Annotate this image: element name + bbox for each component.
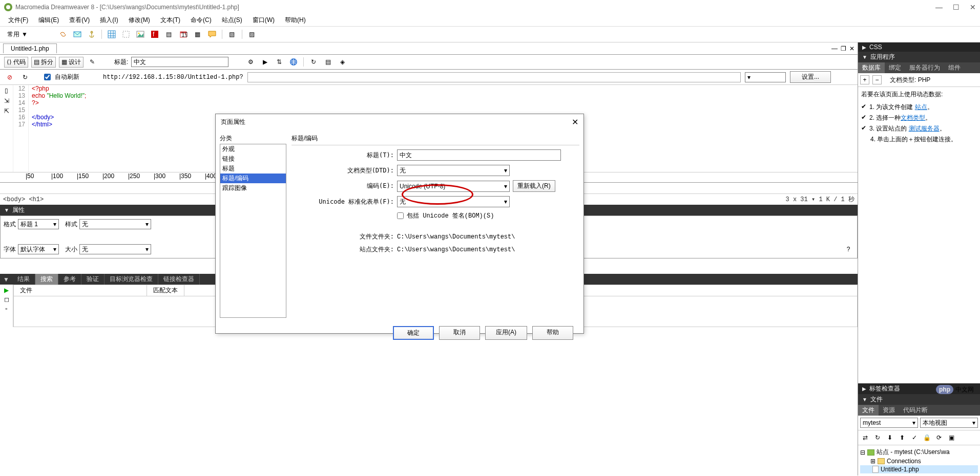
play-icon[interactable]: ▶ <box>4 287 9 294</box>
server-debug-icon[interactable]: ⚙ <box>245 56 256 68</box>
add-button[interactable]: + <box>860 75 869 84</box>
stop-results-icon[interactable]: ◻ <box>4 296 9 303</box>
apply-button[interactable]: 应用(A) <box>485 326 527 340</box>
ok-button[interactable]: 确定 <box>393 326 434 340</box>
file-mgmt-icon[interactable]: ⇅ <box>274 56 285 68</box>
test-server-link[interactable]: 测试服务器 <box>909 125 940 132</box>
create-site-link[interactable]: 站点 <box>915 103 927 111</box>
tab-assets[interactable]: 资源 <box>879 405 899 416</box>
tree-folder[interactable]: ⊞Connections <box>860 457 978 465</box>
category-tracing-image[interactable]: 跟踪图像 <box>220 183 286 193</box>
tab-files[interactable]: 文件 <box>858 405 879 416</box>
templates-icon[interactable]: ▧ <box>226 29 238 40</box>
settings-button[interactable]: 设置... <box>790 71 831 83</box>
book-icon[interactable]: ▯ <box>5 87 8 94</box>
refresh-icon[interactable]: ↻ <box>308 56 319 68</box>
auto-refresh-checkbox[interactable] <box>44 74 51 80</box>
menu-modify[interactable]: 修改(M) <box>123 15 155 26</box>
expand-icon[interactable]: ⇲ <box>4 97 9 104</box>
refresh-addr-icon[interactable]: ↻ <box>19 72 31 83</box>
encoding-select[interactable]: Unicode (UTF-8)▾ <box>397 181 510 192</box>
reload-button[interactable]: 重新载入(R) <box>513 180 555 192</box>
tab-bindings[interactable]: 绑定 <box>885 62 905 73</box>
visual-aids-icon[interactable]: ◈ <box>337 56 348 68</box>
title-input[interactable] <box>397 149 561 161</box>
live-view-icon[interactable]: ✎ <box>87 56 98 68</box>
view-options-icon[interactable]: ▤ <box>322 56 333 68</box>
doc-restore-button[interactable]: ❐ <box>841 45 846 52</box>
cancel-button[interactable]: 取消 <box>439 326 480 340</box>
results-tab-browser-check[interactable]: 目标浏览器检查 <box>105 274 158 285</box>
view-split-button[interactable]: ▤拆分 <box>31 57 56 68</box>
view-select[interactable]: 本地视图▾ <box>920 418 978 428</box>
results-tab-validation[interactable]: 验证 <box>81 274 105 285</box>
category-appearance[interactable]: 外观 <box>220 144 286 154</box>
get-icon[interactable]: ⬇ <box>884 432 895 443</box>
comment-icon[interactable] <box>206 29 218 40</box>
menu-insert[interactable]: 插入(I) <box>95 15 123 26</box>
font-select[interactable]: 默认字体▾ <box>18 244 59 254</box>
dialog-close-button[interactable]: ✕ <box>572 117 578 127</box>
remove-button[interactable]: − <box>872 75 882 84</box>
collapse-arrow-icon[interactable]: ▼ <box>0 275 12 284</box>
code-content[interactable]: <?php echo "Hello World!"; ?> </body> </… <box>29 85 86 172</box>
date-icon[interactable]: 19 <box>178 29 189 40</box>
put-icon[interactable]: ⬆ <box>896 432 908 443</box>
dtd-select[interactable]: 无▾ <box>397 165 510 176</box>
maximize-button[interactable]: ☐ <box>953 3 960 11</box>
menu-view[interactable]: 查看(V) <box>64 15 95 26</box>
sync-icon[interactable]: ⟳ <box>933 432 945 443</box>
menu-text[interactable]: 文本(T) <box>155 15 185 26</box>
help-button[interactable]: 帮助 <box>532 326 573 340</box>
menu-commands[interactable]: 命令(C) <box>185 15 217 26</box>
format-select[interactable]: 标题 1▾ <box>18 219 59 229</box>
bom-checkbox[interactable] <box>397 212 404 219</box>
style-select[interactable]: 无▾ <box>79 219 151 229</box>
application-panel-header[interactable]: ▼ 应用程序 <box>858 52 980 62</box>
tag-chooser-icon[interactable]: ▨ <box>246 29 258 40</box>
doctype-link[interactable]: 文档类型 <box>901 114 925 121</box>
expand-files-icon[interactable]: ▣ <box>946 432 957 443</box>
tree-site-root[interactable]: ⊟站点 - mytest (C:\Users\wa <box>860 447 978 457</box>
normalize-select[interactable]: 无▾ <box>397 196 510 207</box>
view-design-button[interactable]: ▦设计 <box>59 57 84 68</box>
files-panel-header[interactable]: ▼ 文件 <box>858 394 980 405</box>
tab-database[interactable]: 数据库 <box>858 62 885 73</box>
doc-minimize-button[interactable]: — <box>831 45 838 52</box>
menu-window[interactable]: 窗口(W) <box>247 15 280 26</box>
help-icon[interactable]: ? <box>843 244 854 255</box>
site-select[interactable]: mytest▾ <box>860 418 918 428</box>
stop-icon[interactable]: ⊘ <box>4 72 15 83</box>
preview-icon[interactable]: ▶ <box>259 56 270 68</box>
category-list[interactable]: 外观 链接 标题 标题/编码 跟踪图像 <box>220 144 286 318</box>
flash-icon[interactable]: f <box>149 29 160 40</box>
results-tab-search[interactable]: 搜索 <box>35 274 58 285</box>
category-links[interactable]: 链接 <box>220 154 286 164</box>
tag-selector[interactable]: <body> <h1> <box>3 196 44 203</box>
category-headings[interactable]: 标题 <box>220 164 286 174</box>
close-button[interactable]: ✕ <box>970 3 976 11</box>
address-input[interactable] <box>247 72 741 82</box>
view-code-button[interactable]: ⟨⟩代码 <box>4 57 28 68</box>
css-panel-header[interactable]: ▶ CSS <box>858 42 980 52</box>
size-select[interactable]: 无▾ <box>79 244 151 254</box>
insert-category-dropdown[interactable]: 常用 ▼ <box>4 29 31 40</box>
files-tree[interactable]: ⊟站点 - mytest (C:\Users\wa ⊞Connections U… <box>858 445 980 475</box>
tab-server-behaviors[interactable]: 服务器行为 <box>905 62 944 73</box>
tab-components[interactable]: 组件 <box>944 62 965 73</box>
menu-site[interactable]: 站点(S) <box>217 15 247 26</box>
results-col-file[interactable]: 文件 <box>14 285 147 296</box>
server-include-icon[interactable]: ▦ <box>192 29 203 40</box>
save-results-icon[interactable]: ▫ <box>5 305 7 312</box>
connect-icon[interactable]: ⇄ <box>860 432 871 443</box>
tree-file[interactable]: Untitled-1.php <box>860 465 978 473</box>
menu-help[interactable]: 帮助(H) <box>280 15 311 26</box>
anchor-icon[interactable] <box>86 29 97 40</box>
image-icon[interactable] <box>135 29 146 40</box>
media-icon[interactable]: ▤ <box>163 29 175 40</box>
menu-file[interactable]: 文件(F) <box>3 15 33 26</box>
checkout-icon[interactable]: ✓ <box>909 432 920 443</box>
results-tab-link-check[interactable]: 链接检查器 <box>158 274 200 285</box>
menu-edit[interactable]: 编辑(E) <box>33 15 64 26</box>
table-icon[interactable] <box>106 29 117 40</box>
